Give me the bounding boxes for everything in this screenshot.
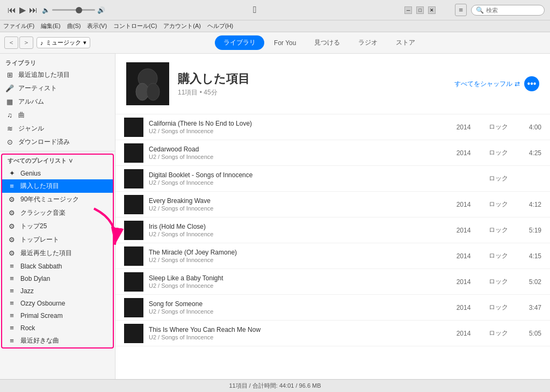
- sidebar-item-artists[interactable]: 🎤 アーティスト: [0, 82, 115, 95]
- sidebar-item-genres[interactable]: ≋ ジャンル: [0, 122, 115, 135]
- track-thumb-5: [124, 246, 143, 266]
- sidebar-item-classical[interactable]: ⚙ クラシック音楽: [2, 206, 113, 220]
- track-duration-8: 5:05: [520, 330, 541, 337]
- sidebar-item-bob-dylan[interactable]: ≡ Bob Dylan: [2, 272, 113, 285]
- search-input[interactable]: [486, 7, 540, 13]
- title-bar-right: ─ □ ✕ ≡ 🔍: [404, 4, 545, 16]
- artists-icon: 🎤: [5, 84, 14, 92]
- transport-buttons: ⏮ ▶ ⏭: [8, 5, 38, 15]
- track-genre-4: ロック: [482, 226, 515, 235]
- sidebar-item-90s[interactable]: ⚙ 90年代ミュージック: [2, 193, 113, 206]
- sidebar: ライブラリ ⊞ 最近追加した項目 🎤 アーティスト ▦ アルバム ♫ 曲 ≋ ジ…: [0, 54, 115, 379]
- sidebar-item-songs[interactable]: ♫ 曲: [0, 108, 115, 122]
- list-view-button[interactable]: ≡: [455, 4, 467, 16]
- sidebar-item-downloaded[interactable]: ⊙ ダウンロード済み: [0, 135, 115, 149]
- volume-max-icon: 🔊: [97, 6, 105, 14]
- sidebar-item-recently-played[interactable]: ⚙ 最近再生した項目: [2, 246, 113, 260]
- table-row[interactable]: Digital Booklet - Songs of Innocence U2 …: [115, 166, 550, 192]
- menu-edit[interactable]: 編集(E): [41, 22, 61, 30]
- tab-radio[interactable]: ラジオ: [350, 35, 386, 50]
- menu-controls[interactable]: コントロール(C): [113, 22, 157, 30]
- track-thumb-7: [124, 298, 143, 317]
- tab-find[interactable]: 見つける: [306, 35, 349, 50]
- track-thumb-2: [124, 169, 143, 188]
- sidebar-divider: [0, 151, 115, 151]
- sidebar-item-primal-scream[interactable]: ≡ Primal Scream: [2, 309, 113, 322]
- sidebar-item-albums[interactable]: ▦ アルバム: [0, 95, 115, 108]
- search-icon: 🔍: [476, 6, 484, 14]
- sidebar-item-top25[interactable]: ⚙ トップ25: [2, 220, 113, 233]
- sidebar-item-genius[interactable]: ✦ Genius: [2, 167, 113, 179]
- sidebar-item-black-sabbath[interactable]: ≡ Black Sabbath: [2, 260, 113, 272]
- status-bar: 11項目 / 合計時間: 44:01 / 96.6 MB: [0, 379, 550, 392]
- prev-button[interactable]: ⏮: [8, 5, 16, 15]
- minimize-button[interactable]: ─: [404, 6, 412, 14]
- album-art: [126, 62, 169, 105]
- tab-for-you[interactable]: For You: [265, 35, 305, 50]
- more-button[interactable]: •••: [524, 76, 539, 91]
- sidebar-item-rock[interactable]: ≡ Rock: [2, 322, 113, 334]
- sidebar-item-ozzy[interactable]: ≡ Ozzy Osbourne: [2, 297, 113, 309]
- sidebar-item-purchased[interactable]: ≡ 購入した項目: [2, 179, 113, 193]
- menu-file[interactable]: ファイル(F): [3, 22, 34, 30]
- track-thumb-4: [124, 221, 143, 240]
- sidebar-item-downloaded-label: ダウンロード済み: [18, 137, 70, 147]
- title-bar: ⏮ ▶ ⏭ 🔈 🔊  ─ □ ✕ ≡ 🔍: [0, 0, 550, 20]
- table-row[interactable]: Every Breaking Wave U2 / Songs of Innoce…: [115, 192, 550, 217]
- music-icon: ♪: [40, 40, 44, 46]
- track-artist-8: U2 / Songs of Innocence: [149, 334, 445, 340]
- volume-track[interactable]: [52, 9, 95, 11]
- track-artist-1: U2 / Songs of Innocence: [149, 154, 445, 160]
- track-info-1: Cedarwood Road U2 / Songs of Innocence: [149, 146, 445, 160]
- track-genre-7: ロック: [482, 303, 515, 312]
- nav-back-button[interactable]: ＜: [4, 37, 18, 49]
- track-year-5: 2014: [450, 252, 477, 260]
- track-artist-7: U2 / Songs of Innocence: [149, 308, 445, 315]
- track-genre-3: ロック: [482, 200, 515, 209]
- table-row[interactable]: California (There Is No End to Love) U2 …: [115, 114, 550, 140]
- tab-library[interactable]: ライブラリ: [215, 35, 264, 50]
- sidebar-item-jazz[interactable]: ≡ Jazz: [2, 285, 113, 297]
- nav-tabs: ライブラリ For You 見つける ラジオ ストア: [215, 35, 424, 50]
- table-row[interactable]: This Is Where You Can Reach Me Now U2 / …: [115, 321, 550, 346]
- table-row[interactable]: Song for Someone U2 / Songs of Innocence…: [115, 295, 550, 321]
- track-info-0: California (There Is No End to Love) U2 …: [149, 120, 445, 134]
- table-row[interactable]: Cedarwood Road U2 / Songs of Innocence 2…: [115, 140, 550, 166]
- recent-icon: ⊞: [5, 71, 14, 79]
- track-year-0: 2014: [450, 124, 477, 131]
- table-row[interactable]: Iris (Hold Me Close) U2 / Songs of Innoc…: [115, 217, 550, 243]
- sidebar-item-recently-played-label: 最近再生した項目: [20, 249, 72, 258]
- restore-button[interactable]: □: [416, 6, 424, 14]
- table-row[interactable]: The Miracle (Of Joey Ramone) U2 / Songs …: [115, 243, 550, 269]
- shuffle-button[interactable]: すべてをシャッフル ⇄: [454, 79, 520, 89]
- ozzy-icon: ≡: [8, 299, 16, 307]
- sidebar-item-black-sabbath-label: Black Sabbath: [20, 263, 62, 270]
- shuffle-label: すべてをシャッフル: [454, 79, 512, 89]
- playlist-section: すべてのプレイリスト ∨ ✦ Genius ≡ 購入した項目 ⚙ 90年代ミュー…: [1, 154, 114, 349]
- table-row[interactable]: Sleep Like a Baby Tonight U2 / Songs of …: [115, 269, 550, 295]
- sidebar-item-favorites[interactable]: ≡ 最近好きな曲: [2, 334, 113, 347]
- nav-forward-button[interactable]: ＞: [19, 37, 33, 49]
- close-button[interactable]: ✕: [428, 6, 436, 14]
- sidebar-item-genius-label: Genius: [20, 170, 41, 177]
- track-artist-6: U2 / Songs of Innocence: [149, 282, 445, 289]
- track-info-3: Every Breaking Wave U2 / Songs of Innoce…: [149, 197, 445, 212]
- track-duration-7: 3:47: [520, 304, 541, 311]
- play-button[interactable]: ▶: [19, 5, 26, 15]
- volume-thumb[interactable]: [76, 7, 82, 13]
- track-genre-5: ロック: [482, 251, 515, 260]
- content-subtitle: 11項目 • 45分: [178, 88, 446, 97]
- menu-view[interactable]: 表示(V): [87, 22, 107, 30]
- menu-account[interactable]: アカウント(A): [163, 22, 201, 30]
- tab-store[interactable]: ストア: [387, 35, 424, 50]
- sidebar-item-top25-label: トップ25: [20, 222, 47, 231]
- menu-song[interactable]: 曲(S): [67, 22, 81, 30]
- sidebar-item-genres-label: ジャンル: [18, 124, 44, 133]
- menu-help[interactable]: ヘルプ(H): [207, 22, 233, 30]
- playlist-header[interactable]: すべてのプレイリスト ∨: [2, 155, 113, 167]
- location-dropdown-icon[interactable]: ▾: [83, 39, 86, 46]
- next-button[interactable]: ⏭: [29, 5, 38, 15]
- sidebar-item-rock-label: Rock: [20, 324, 35, 332]
- sidebar-item-recent[interactable]: ⊞ 最近追加した項目: [0, 68, 115, 82]
- sidebar-item-toprated[interactable]: ⚙ トップレート: [2, 233, 113, 246]
